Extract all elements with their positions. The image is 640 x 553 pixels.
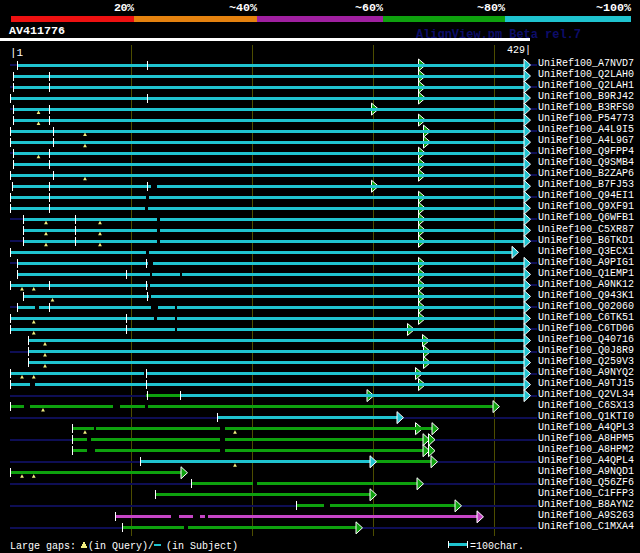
svg-text:UniRef100_A4L9G7: UniRef100_A4L9G7	[538, 135, 634, 146]
svg-text:UniRef100_Q40716: UniRef100_Q40716	[538, 334, 634, 345]
svg-text:UniRef100_C1MXA4: UniRef100_C1MXA4	[538, 521, 634, 532]
svg-text:UniRef100_Q9SMB4: UniRef100_Q9SMB4	[538, 157, 634, 168]
svg-text:UniRef100_Q56ZF6: UniRef100_Q56ZF6	[538, 477, 634, 488]
svg-text:UniRef100_C1FFP3: UniRef100_C1FFP3	[538, 488, 634, 499]
svg-text:UniRef100_Q2LAH0: UniRef100_Q2LAH0	[538, 69, 634, 80]
svg-text:UniRef100_B7FJ53: UniRef100_B7FJ53	[538, 179, 634, 190]
svg-text:UniRef100_Q0J8R9: UniRef100_Q0J8R9	[538, 345, 634, 356]
svg-text:20%: 20%	[114, 1, 135, 15]
svg-text:AV411776: AV411776	[9, 24, 65, 38]
svg-text:UniRef100_Q2VL34: UniRef100_Q2VL34	[538, 389, 634, 400]
svg-text:UniRef100_A8HPM5: UniRef100_A8HPM5	[538, 433, 634, 444]
svg-text:UniRef100_B3RFS0: UniRef100_B3RFS0	[538, 102, 634, 113]
svg-text:UniRef100_A9TJ15: UniRef100_A9TJ15	[538, 378, 634, 389]
svg-text:UniRef100_A4QPL4: UniRef100_A4QPL4	[538, 455, 634, 466]
svg-text:UniRef100_A9PIG1: UniRef100_A9PIG1	[538, 257, 634, 268]
svg-text:UniRef100_C6SX13: UniRef100_C6SX13	[538, 400, 634, 411]
svg-text:UniRef100_Q2LAH1: UniRef100_Q2LAH1	[538, 80, 634, 91]
svg-text:UniRef100_A4L9I5: UniRef100_A4L9I5	[538, 124, 634, 135]
svg-text:UniRef100_A7NVD7: UniRef100_A7NVD7	[538, 58, 634, 69]
svg-text:UniRef100_A8HPM2: UniRef100_A8HPM2	[538, 444, 634, 455]
svg-text:UniRef100_Q3ECX1: UniRef100_Q3ECX1	[538, 246, 634, 257]
svg-text:UniRef100_A9S263: UniRef100_A9S263	[538, 510, 634, 521]
svg-text:UniRef100_Q9FPP4: UniRef100_Q9FPP4	[538, 146, 634, 157]
svg-text:UniRef100_A9NYQ2: UniRef100_A9NYQ2	[538, 367, 634, 378]
svg-text:UniRef100_Q94EI1: UniRef100_Q94EI1	[538, 190, 634, 201]
svg-text:UniRef100_Q943K1: UniRef100_Q943K1	[538, 290, 634, 301]
svg-text:UniRef100_Q9XF91: UniRef100_Q9XF91	[538, 201, 634, 212]
svg-text:UniRef100_Q6WFB1: UniRef100_Q6WFB1	[538, 212, 634, 223]
svg-text:UniRef100_B6TKD1: UniRef100_B6TKD1	[538, 235, 634, 246]
svg-text:UniRef100_B8AYN2: UniRef100_B8AYN2	[538, 499, 634, 510]
svg-text:Large gaps:: Large gaps:	[10, 541, 76, 552]
svg-text:UniRef100_C6TK51: UniRef100_C6TK51	[538, 312, 634, 323]
svg-text:~60%: ~60%	[355, 1, 384, 15]
svg-text:UniRef100_Q259V3: UniRef100_Q259V3	[538, 356, 634, 367]
svg-text:UniRef100_A9NK12: UniRef100_A9NK12	[538, 279, 634, 290]
svg-text:UniRef100_Q1KTI0: UniRef100_Q1KTI0	[538, 411, 634, 422]
svg-text:~100%: ~100%	[596, 1, 632, 15]
svg-text:~80%: ~80%	[477, 1, 506, 15]
svg-text:UniRef100_A4QPL3: UniRef100_A4QPL3	[538, 422, 634, 433]
svg-text:UniRef100_A9NQD1: UniRef100_A9NQD1	[538, 466, 634, 477]
svg-text:UniRef100_C6TD06: UniRef100_C6TD06	[538, 323, 634, 334]
svg-text:UniRef100_C5XR87: UniRef100_C5XR87	[538, 224, 634, 235]
svg-text:UniRef100_B9RJ42: UniRef100_B9RJ42	[538, 91, 634, 102]
svg-text:UniRef100_B2ZAP6: UniRef100_B2ZAP6	[538, 168, 634, 179]
svg-text:=100char.: =100char.	[470, 541, 524, 552]
svg-text:429|: 429|	[507, 45, 531, 56]
svg-text:UniRef100_Q02060: UniRef100_Q02060	[538, 301, 634, 312]
svg-text:UniRef100_Q1EMP1: UniRef100_Q1EMP1	[538, 268, 634, 279]
svg-text:(in Query)/: (in Query)/	[88, 541, 154, 552]
svg-text:|1: |1	[10, 47, 23, 59]
svg-text:~40%: ~40%	[229, 1, 258, 15]
svg-text:(in Subject): (in Subject)	[166, 541, 238, 552]
svg-text:UniRef100_P54773: UniRef100_P54773	[538, 113, 634, 124]
